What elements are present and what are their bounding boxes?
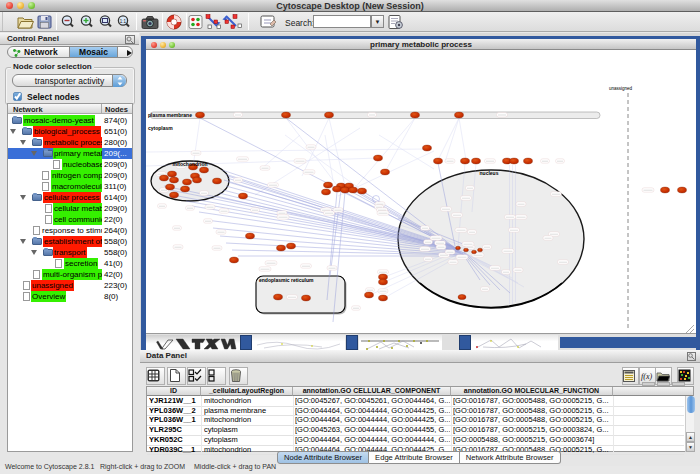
svg-text:1:1: 1:1 <box>120 19 127 24</box>
svg-text:cytoplasm: cytoplasm <box>148 125 173 131</box>
svg-text:plasma membrane: plasma membrane <box>148 112 192 118</box>
svg-text:endoplasmic reticulum: endoplasmic reticulum <box>259 277 314 283</box>
svg-text:mitochondrion: mitochondrion <box>173 161 208 167</box>
svg-text:f(x): f(x) <box>641 372 652 381</box>
svg-text:nucleus: nucleus <box>480 170 499 176</box>
svg-text:unassigned: unassigned <box>609 86 633 91</box>
